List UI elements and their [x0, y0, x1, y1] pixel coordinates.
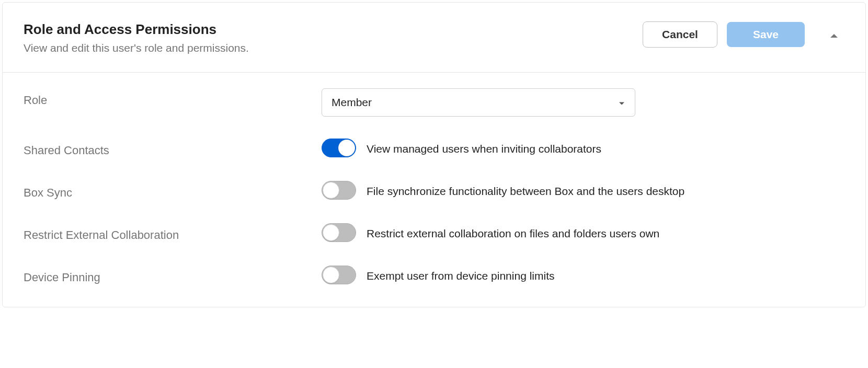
toggle-knob: [323, 182, 339, 199]
shared-contacts-row: Shared Contacts View managed users when …: [24, 139, 844, 159]
device-pinning-row: Device Pinning Exempt user from device p…: [24, 266, 844, 286]
restrict-external-description: Restrict external collaboration on files…: [367, 223, 659, 242]
role-select[interactable]: Member: [322, 88, 635, 117]
shared-contacts-description: View managed users when inviting collabo…: [367, 139, 601, 157]
collapse-toggle[interactable]: [824, 29, 844, 41]
role-row: Role Member: [24, 88, 844, 117]
device-pinning-description: Exempt user from device pinning limits: [367, 266, 554, 284]
box-sync-row: Box Sync File synchronize functionality …: [24, 181, 844, 201]
save-button[interactable]: Save: [727, 22, 805, 47]
restrict-external-control: Restrict external collaboration on files…: [322, 223, 844, 242]
restrict-external-row: Restrict External Collaboration Restrict…: [24, 223, 844, 244]
panel-subtitle: View and edit this user's role and permi…: [24, 42, 643, 54]
device-pinning-control: Exempt user from device pinning limits: [322, 266, 844, 284]
shared-contacts-toggle[interactable]: [322, 139, 356, 157]
toggle-knob: [323, 267, 339, 283]
box-sync-description: File synchronize functionality between B…: [367, 181, 684, 200]
toggle-knob: [338, 140, 355, 156]
device-pinning-toggle[interactable]: [322, 266, 356, 284]
box-sync-control: File synchronize functionality between B…: [322, 181, 844, 200]
header-text: Role and Access Permissions View and edi…: [24, 21, 643, 54]
panel-header: Role and Access Permissions View and edi…: [3, 3, 865, 73]
chevron-up-icon: [830, 29, 838, 41]
shared-contacts-control: View managed users when inviting collabo…: [322, 139, 844, 157]
device-pinning-label: Device Pinning: [24, 266, 322, 286]
toggle-knob: [323, 224, 339, 241]
panel-title: Role and Access Permissions: [24, 21, 643, 38]
restrict-external-label: Restrict External Collaboration: [24, 223, 322, 244]
role-permissions-panel: Role and Access Permissions View and edi…: [2, 2, 866, 307]
role-select-value: Member: [322, 88, 635, 117]
box-sync-toggle[interactable]: [322, 181, 356, 200]
restrict-external-toggle[interactable]: [322, 223, 356, 242]
header-actions: Cancel Save: [643, 21, 844, 48]
shared-contacts-label: Shared Contacts: [24, 139, 322, 159]
cancel-button[interactable]: Cancel: [643, 21, 717, 48]
role-label: Role: [24, 88, 322, 109]
role-control: Member: [322, 88, 844, 117]
panel-body: Role Member Shared Contacts View managed…: [3, 73, 865, 307]
box-sync-label: Box Sync: [24, 181, 322, 201]
